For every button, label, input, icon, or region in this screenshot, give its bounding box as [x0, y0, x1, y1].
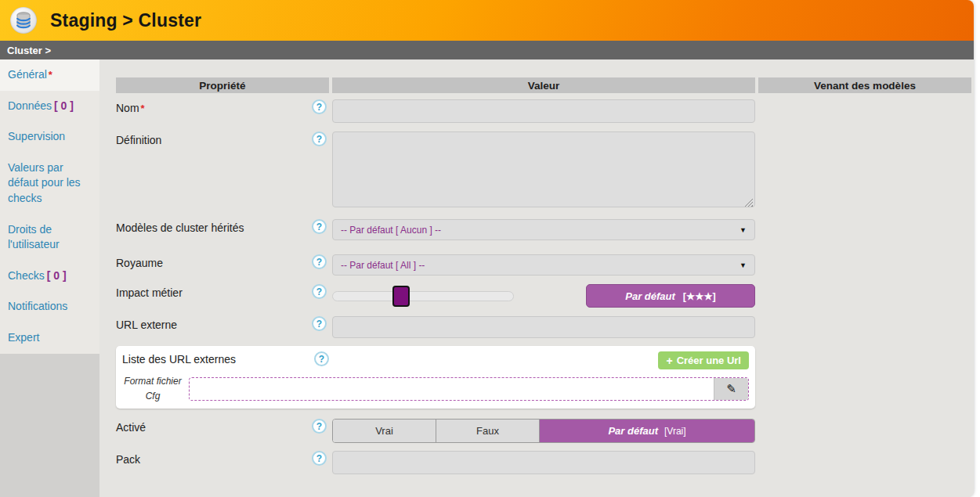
help-icon[interactable]: ?: [314, 351, 329, 366]
plus-icon: +: [666, 355, 672, 367]
main-panel: Propriété Valeur Venant des modèles Nom*…: [99, 59, 974, 497]
sidebar: Général* Données[ 0 ] Supervision Valeur…: [0, 59, 99, 497]
pencil-icon: ✎: [726, 382, 736, 396]
help-icon[interactable]: ?: [312, 219, 327, 234]
create-url-button-label: Créer une Url: [677, 355, 741, 366]
help-icon[interactable]: ?: [312, 284, 327, 299]
database-icon: [10, 7, 37, 34]
chevron-down-icon: ▼: [740, 226, 747, 234]
sidebar-item-valeurs-par-defaut[interactable]: Valeurs par défaut pour les checks: [0, 153, 99, 214]
format-fichier-label: Format fichier Cfg: [122, 374, 183, 404]
sidebar-nav: Général* Données[ 0 ] Supervision Valeur…: [0, 59, 99, 354]
help-icon[interactable]: ?: [312, 316, 327, 331]
help-icon[interactable]: ?: [312, 131, 327, 146]
impact-default-button[interactable]: Par défaut [★★★]: [586, 284, 755, 308]
pack-input[interactable]: [332, 451, 755, 474]
format-fichier-group: ✎: [189, 377, 749, 401]
default-option-label: Par défaut: [608, 425, 658, 437]
row-active: Activé ? Vrai Faux Par défaut [Vrai]: [116, 419, 974, 443]
format-fichier-input[interactable]: [190, 378, 714, 400]
sidebar-item-supervision[interactable]: Supervision: [0, 121, 99, 153]
impact-slider-handle[interactable]: [392, 286, 410, 307]
url-externe-label: URL externe: [116, 316, 177, 331]
sidebar-item-checks[interactable]: Checks[ 0 ]: [0, 261, 99, 292]
count-badge: [ 0 ]: [47, 269, 67, 282]
default-button-label: Par défaut: [625, 290, 675, 302]
table-header-row: Propriété Valeur Venant des modèles: [116, 77, 974, 93]
active-segmented-control: Vrai Faux Par défaut [Vrai]: [332, 419, 755, 443]
url-list-panel: Liste des URL externes ? + Créer une Url…: [116, 346, 755, 409]
default-button-value: [★★★]: [683, 290, 716, 302]
row-nom: Nom* ?: [116, 99, 974, 123]
modeles-label: Modèles de cluster hérités: [116, 219, 244, 234]
row-url-externe: URL externe ?: [116, 316, 974, 338]
modeles-select[interactable]: -- Par défaut [ Aucun ] -- ▼: [332, 219, 755, 240]
nom-input[interactable]: [332, 99, 755, 123]
required-marker: *: [141, 103, 145, 114]
titlebar: Staging > Cluster: [0, 0, 974, 41]
page-title: Staging > Cluster: [50, 10, 201, 31]
edit-button[interactable]: ✎: [714, 378, 748, 400]
sidebar-item-label: Supervision: [8, 130, 65, 142]
sidebar-item-label: Expert: [8, 331, 39, 344]
required-marker: *: [49, 69, 52, 81]
definition-textarea[interactable]: [332, 131, 755, 207]
sidebar-item-label: Droits de l'utilisateur: [8, 223, 60, 251]
sidebar-item-label: Notifications: [8, 300, 67, 312]
sidebar-item-donnees[interactable]: Données[ 0 ]: [0, 91, 99, 122]
app-window: Staging > Cluster Cluster > Général* Don…: [0, 0, 974, 497]
royaume-select[interactable]: -- Par défaut [ All ] -- ▼: [332, 254, 755, 276]
pack-label: Pack: [116, 451, 140, 466]
sidebar-item-label: Général: [8, 68, 47, 81]
sidebar-item-expert[interactable]: Expert: [0, 322, 99, 354]
column-header-venant-des-modeles: Venant des modèles: [758, 77, 971, 93]
royaume-label: Royaume: [116, 254, 163, 269]
help-icon[interactable]: ?: [312, 99, 327, 114]
breadcrumb-text: Cluster >: [7, 45, 51, 56]
sidebar-item-notifications[interactable]: Notifications: [0, 291, 99, 322]
sidebar-item-label: Valeurs par défaut pour les checks: [8, 161, 81, 204]
column-header-propriete: Propriété: [116, 77, 329, 93]
default-option-value: [Vrai]: [664, 426, 686, 437]
active-option-faux[interactable]: Faux: [436, 420, 540, 442]
help-icon[interactable]: ?: [312, 451, 327, 466]
sidebar-item-general[interactable]: Général*: [0, 59, 99, 91]
row-pack: Pack ?: [116, 451, 974, 474]
url-list-title: Liste des URL externes: [122, 351, 236, 366]
url-externe-input[interactable]: [332, 316, 755, 338]
help-icon[interactable]: ?: [312, 419, 327, 434]
count-badge: [ 0 ]: [54, 99, 74, 112]
definition-label: Définition: [116, 131, 161, 146]
row-definition: Définition ?: [116, 131, 974, 211]
active-option-vrai[interactable]: Vrai: [333, 420, 436, 442]
sidebar-filler: [0, 354, 99, 497]
selected-value: -- Par défaut [ All ] --: [341, 260, 740, 271]
column-header-valeur: Valeur: [332, 77, 755, 93]
breadcrumb[interactable]: Cluster >: [0, 41, 974, 59]
nom-label: Nom*: [116, 99, 145, 114]
selected-value: -- Par défaut [ Aucun ] --: [341, 225, 740, 236]
chevron-down-icon: ▼: [740, 261, 747, 269]
impact-slider[interactable]: [332, 291, 514, 301]
active-option-default[interactable]: Par défaut [Vrai]: [540, 420, 754, 442]
sidebar-item-label: Checks: [8, 269, 45, 282]
impact-label: Impact métier: [116, 284, 183, 299]
help-icon[interactable]: ?: [312, 254, 327, 269]
active-label: Activé: [116, 419, 146, 434]
row-royaume: Royaume ? -- Par défaut [ All ] -- ▼: [116, 254, 974, 276]
row-modeles-herites: Modèles de cluster hérités ? -- Par défa…: [116, 219, 974, 240]
sidebar-item-label: Données: [8, 99, 52, 112]
create-url-button[interactable]: + Créer une Url: [658, 351, 749, 369]
sidebar-item-droits-utilisateur[interactable]: Droits de l'utilisateur: [0, 214, 99, 261]
row-impact-metier: Impact métier ? Par défaut [★★★]: [116, 284, 974, 308]
